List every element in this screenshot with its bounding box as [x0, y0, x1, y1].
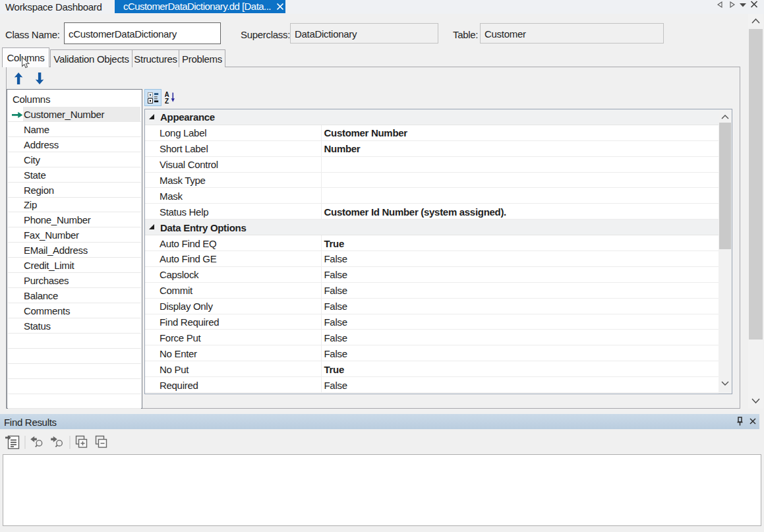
svg-text:Z: Z: [165, 98, 169, 104]
